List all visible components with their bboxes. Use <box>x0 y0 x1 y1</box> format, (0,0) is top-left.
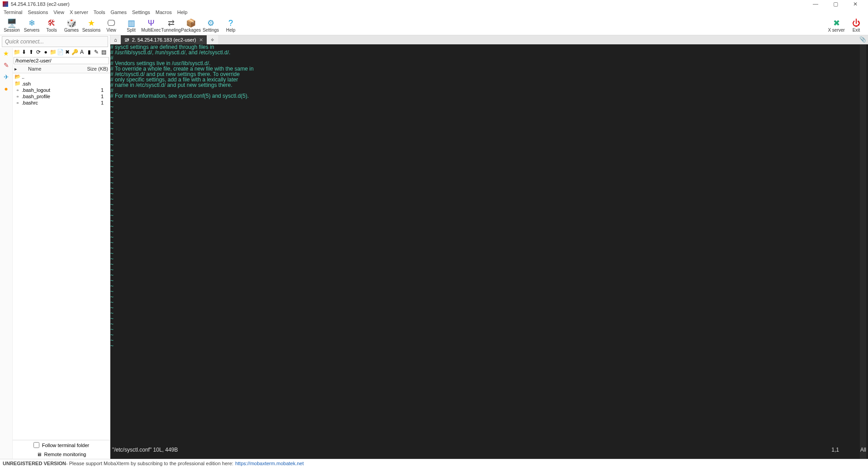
sftp-tool-5[interactable]: 📁 <box>50 49 56 55</box>
tool-label: X server <box>828 28 844 33</box>
sftp-tool-10[interactable]: ▮ <box>86 49 92 55</box>
terminal-tilde: ~ <box>110 169 860 175</box>
tool-x-server[interactable]: ✖X server <box>826 19 846 33</box>
sftp-tool-3[interactable]: ⟳ <box>35 49 42 55</box>
follow-terminal-row[interactable]: Follow terminal folder <box>13 440 110 450</box>
file-list[interactable]: 📂..📁.ssh▫.bash_logout1▫.bash_profile1▫.b… <box>13 73 110 440</box>
sftp-tool-1[interactable]: ⬇ <box>21 49 27 55</box>
file-row[interactable]: 📂.. <box>13 73 110 80</box>
file-name: .ssh <box>22 81 81 86</box>
sidebar-vertical-tabs: ★✎✈● <box>0 48 13 459</box>
follow-terminal-checkbox[interactable] <box>33 442 39 448</box>
tool-label: Exit <box>853 28 860 33</box>
minimize-button[interactable]: — <box>806 0 825 8</box>
file-size: 1 <box>81 100 108 105</box>
sftp-tool-2[interactable]: ⬆ <box>28 49 34 55</box>
sftp-tool-4[interactable]: ● <box>43 49 49 55</box>
terminal-tilde: ~ <box>110 327 860 332</box>
tab-home[interactable]: ⌂ <box>110 35 121 44</box>
menu-settings[interactable]: Settings <box>132 10 150 15</box>
menu-view[interactable]: View <box>53 10 64 15</box>
tool-split[interactable]: ▥Split <box>121 19 141 33</box>
file-name: .bash_logout <box>22 87 81 93</box>
terminal-tilde: ~ <box>110 343 860 348</box>
sidebar-vtab-3[interactable]: ● <box>4 85 8 92</box>
sidebar-vtab-0[interactable]: ★ <box>3 50 9 57</box>
menu-terminal[interactable]: Terminal <box>4 10 23 15</box>
tool-label: View <box>106 28 116 33</box>
sftp-tool-9[interactable]: A <box>79 49 85 55</box>
terminal-tilde: ~ <box>110 294 860 300</box>
sftp-tool-12[interactable]: ▤ <box>100 49 107 55</box>
tool-settings[interactable]: ⚙Settings <box>201 19 221 33</box>
sidebar-vtab-1[interactable]: ✎ <box>4 62 9 69</box>
col-name[interactable]: Name <box>20 66 81 72</box>
tab-close-icon[interactable]: ✕ <box>199 37 203 43</box>
menu-x-server[interactable]: X server <box>70 10 88 15</box>
terminal-tilde: ~ <box>110 110 860 115</box>
tab-label: 2. 54.254.176.183 (ec2-user) <box>132 37 196 43</box>
tool-packages[interactable]: 📦Packages <box>181 19 201 33</box>
sftp-tool-11[interactable]: ✎ <box>93 49 100 55</box>
footer-link[interactable]: https://mobaxterm.mobatek.net <box>235 461 304 466</box>
file-row[interactable]: ▫.bash_profile1 <box>13 93 110 100</box>
tool-exit[interactable]: ⏻Exit <box>846 19 866 33</box>
file-row[interactable]: 📁.ssh <box>13 80 110 87</box>
terminal-tilde: ~ <box>110 240 860 245</box>
tool-games[interactable]: 🎲Games <box>62 19 81 33</box>
sidebar-vtab-2[interactable]: ✈ <box>4 73 9 81</box>
split-icon: ▥ <box>128 19 135 28</box>
tool-tools[interactable]: 🛠Tools <box>42 19 62 33</box>
sftp-tool-7[interactable]: ✖ <box>64 49 71 55</box>
menu-games[interactable]: Games <box>111 10 127 15</box>
menu-sessions[interactable]: Sessions <box>28 10 48 15</box>
tool-sessions[interactable]: ★Sessions <box>81 19 101 33</box>
menu-tools[interactable]: Tools <box>94 10 105 15</box>
terminal-tilde: ~ <box>110 289 860 294</box>
titlebar: 54.254.176.183 (ec2-user) — ▢ ✕ <box>0 0 868 8</box>
tool-label: Split <box>127 28 135 33</box>
remote-monitoring-row[interactable]: 🖥 Remote monitoring <box>13 450 110 459</box>
terminal[interactable]: # sysctl settings are defined through fi… <box>110 44 868 459</box>
help-icon: ? <box>228 19 233 28</box>
quick-connect-input[interactable]: Quick connect... <box>2 36 108 47</box>
footer-text: - Please support MobaXterm by subscribin… <box>66 461 233 466</box>
vim-file-info: "/etc/sysctl.conf" 10L, 449B <box>112 447 785 453</box>
menu-help[interactable]: Help <box>177 10 188 15</box>
tool-view[interactable]: 🖵View <box>101 19 121 33</box>
tool-multiexec[interactable]: ΨMultiExec <box>141 19 161 33</box>
terminal-tilde: ~ <box>110 137 860 142</box>
tool-tunneling[interactable]: ⇄Tunneling <box>161 19 181 33</box>
app-icon <box>3 1 8 7</box>
tool-help[interactable]: ?Help <box>221 19 241 33</box>
terminal-tilde: ~ <box>110 272 860 278</box>
terminal-scrollbar[interactable] <box>860 44 866 459</box>
tool-session[interactable]: 🖥️Session <box>2 19 22 33</box>
terminal-tilde: ~ <box>110 300 860 305</box>
tool-servers[interactable]: ❄Servers <box>22 19 42 33</box>
terminal-icon: 🖳 <box>124 37 129 43</box>
file-row[interactable]: ▫.bashrc1 <box>13 100 110 106</box>
close-button[interactable]: ✕ <box>845 0 865 8</box>
terminal-tilde: ~ <box>110 218 860 224</box>
sftp-tool-0[interactable]: 📁 <box>14 49 20 55</box>
terminal-tilde: ~ <box>110 99 860 104</box>
tab-session-active[interactable]: 🖳 2. 54.254.176.183 (ec2-user) ✕ <box>121 35 207 44</box>
sftp-path-input[interactable] <box>14 57 109 64</box>
sftp-tool-8[interactable]: 🔑 <box>71 49 78 55</box>
tab-new[interactable]: ✧ <box>207 35 218 44</box>
terminal-line: # <box>110 55 860 61</box>
terminal-tabs: ⌂ 🖳 2. 54.254.176.183 (ec2-user) ✕ ✧ 📎 <box>110 35 868 44</box>
file-row[interactable]: ▫.bash_logout1 <box>13 87 110 93</box>
main-toolbar: 🖥️Session❄Servers🛠Tools🎲Games★Sessions🖵V… <box>0 16 868 35</box>
sidebar: Quick connect... ★✎✈● 📁⬇⬆⟳●📁📄✖🔑A▮✎▤ ▸ Na… <box>0 35 110 459</box>
file-name: .bash_profile <box>22 94 81 99</box>
paperclip-icon[interactable]: 📎 <box>859 36 866 43</box>
maximize-button[interactable]: ▢ <box>825 0 845 8</box>
sftp-tool-6[interactable]: 📄 <box>57 49 63 55</box>
terminal-tilde: ~ <box>110 234 860 240</box>
menu-macros[interactable]: Macros <box>156 10 172 15</box>
col-size[interactable]: Size (KB) <box>81 66 108 72</box>
terminal-tilde: ~ <box>110 202 860 207</box>
x server-icon: ✖ <box>833 19 840 28</box>
